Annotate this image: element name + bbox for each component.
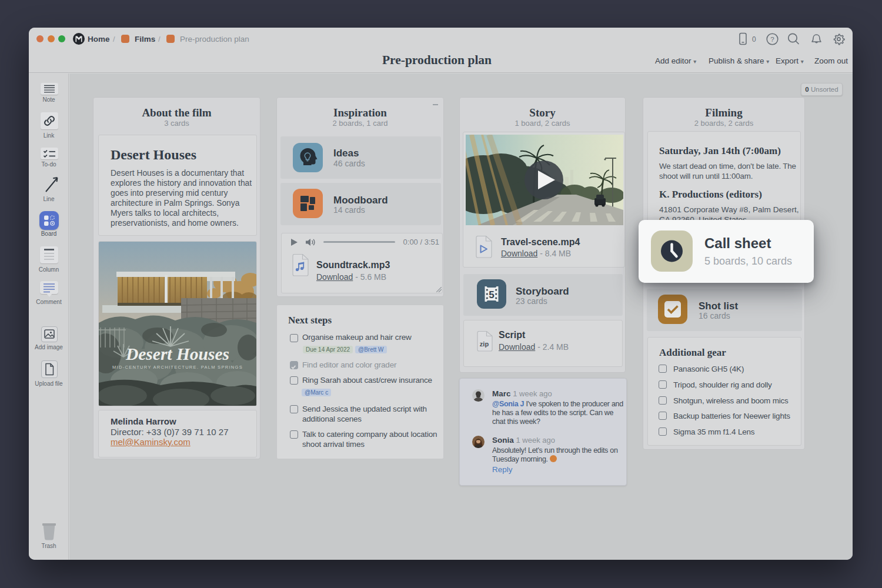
svg-text:Desert Houses: Desert Houses (125, 345, 229, 363)
svg-text:0: 0 (752, 35, 756, 44)
svg-text:?: ? (770, 36, 774, 43)
svg-text:zip: zip (480, 340, 489, 348)
svg-text:MID-CENTURY ARCHITECTURE. PALM: MID-CENTURY ARCHITECTURE. PALM SPRINGS (112, 365, 243, 370)
svg-text:5: 5 (489, 289, 494, 300)
